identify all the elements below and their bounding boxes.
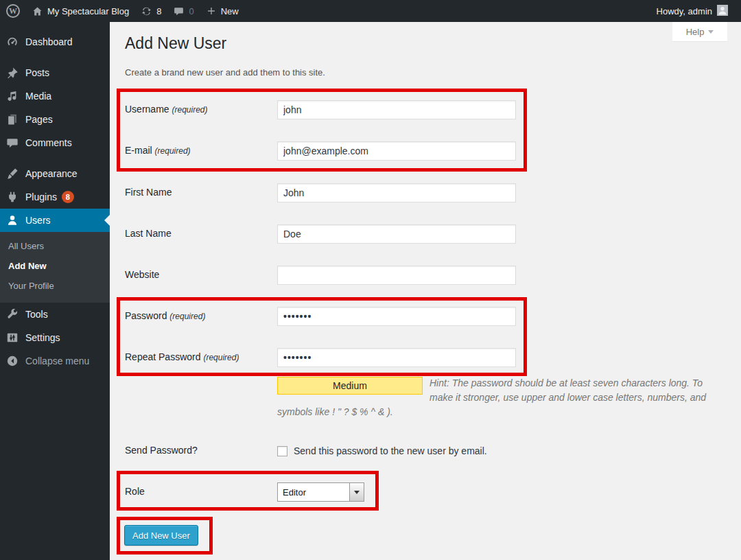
dashboard-icon <box>5 35 19 49</box>
repeat-password-label: Repeat Password (required) <box>125 351 272 362</box>
website-label: Website <box>125 269 272 280</box>
role-select[interactable]: Editor <box>277 482 364 502</box>
send-password-checkbox[interactable] <box>277 446 287 456</box>
update-count: 8 <box>156 6 161 16</box>
admin-sidebar: Dashboard Posts Media Pages Comments App… <box>0 22 110 560</box>
my-account-button[interactable]: Howdy, admin <box>650 0 734 22</box>
sidebar-item-posts[interactable]: Posts <box>0 61 110 84</box>
required-hint: (required) <box>172 105 207 115</box>
howdy-label: Howdy, admin <box>657 6 712 16</box>
email-input[interactable] <box>277 141 516 161</box>
label-text: Password <box>125 310 167 321</box>
sidebar-item-label: Plugins <box>25 191 57 202</box>
role-select-value: Editor <box>278 483 349 501</box>
send-password-checkbox-label: Send this password to the new user by em… <box>294 445 487 456</box>
password-strength-meter: Medium <box>277 377 423 395</box>
settings-icon <box>5 331 19 345</box>
home-icon <box>32 6 43 16</box>
updates-button[interactable]: 8 <box>135 0 167 22</box>
users-submenu: All Users Add New Your Profile <box>0 232 110 303</box>
wordpress-logo-icon: W <box>6 4 20 18</box>
tools-icon <box>5 307 19 321</box>
label-text: E-mail <box>125 145 152 156</box>
site-name-label: My Spectacular Blog <box>47 6 129 16</box>
admin-bar-right: Howdy, admin <box>650 0 741 22</box>
sidebar-item-label: Comments <box>25 137 72 148</box>
sidebar-item-dashboard[interactable]: Dashboard <box>0 30 110 54</box>
role-label: Role <box>125 486 272 497</box>
sidebar-item-comments[interactable]: Comments <box>0 131 110 154</box>
pages-icon <box>5 113 19 126</box>
sidebar-item-label: Users <box>25 215 51 226</box>
submenu-item-all-users[interactable]: All Users <box>0 236 110 256</box>
password-hint-area: Medium Hint: The password should be at l… <box>277 376 712 419</box>
help-button[interactable]: Help <box>672 22 727 41</box>
media-icon <box>5 89 19 103</box>
page-title: Add New User <box>125 34 226 53</box>
send-password-label: Send Password? <box>125 445 272 456</box>
comments-button[interactable]: 0 <box>167 0 200 22</box>
last-name-label: Last Name <box>125 228 272 239</box>
users-icon <box>5 213 19 227</box>
label-text: Repeat Password <box>125 351 201 362</box>
username-input[interactable] <box>277 100 516 119</box>
sidebar-item-settings[interactable]: Settings <box>0 326 110 349</box>
chevron-down-icon <box>708 30 714 34</box>
sidebar-item-label: Collapse menu <box>25 355 89 366</box>
first-name-input[interactable] <box>277 183 516 202</box>
plugin-update-badge: 8 <box>62 191 74 203</box>
required-hint: (required) <box>155 146 191 156</box>
collapse-icon <box>5 354 19 368</box>
admin-bar: W My Spectacular Blog 8 0 New <box>0 0 741 22</box>
label-text: Username <box>125 104 169 115</box>
avatar <box>717 5 728 18</box>
comment-icon <box>5 136 19 150</box>
help-label: Help <box>686 27 705 37</box>
admin-bar-left: W My Spectacular Blog 8 0 New <box>0 0 245 22</box>
required-hint: (required) <box>203 353 239 362</box>
pushpin-icon <box>5 66 19 80</box>
sidebar-item-appearance[interactable]: Appearance <box>0 162 110 185</box>
main-content: Help Add New User Create a brand new use… <box>110 22 741 560</box>
repeat-password-input[interactable] <box>277 348 516 367</box>
sidebar-item-plugins[interactable]: Plugins 8 <box>0 185 110 209</box>
comment-count: 0 <box>189 6 193 16</box>
new-label: New <box>221 6 239 16</box>
required-hint: (required) <box>169 312 205 321</box>
sidebar-item-label: Tools <box>25 309 48 320</box>
sidebar-item-tools[interactable]: Tools <box>0 303 110 326</box>
plus-icon <box>207 6 216 16</box>
submenu-item-your-profile[interactable]: Your Profile <box>0 276 110 296</box>
password-label: Password (required) <box>125 310 272 321</box>
email-label: E-mail (required) <box>125 145 272 156</box>
username-label: Username (required) <box>125 104 272 115</box>
sidebar-separator <box>0 154 110 162</box>
last-name-input[interactable] <box>277 224 516 244</box>
collapse-menu-button[interactable]: Collapse menu <box>0 349 110 373</box>
website-input[interactable] <box>277 266 516 285</box>
password-input[interactable] <box>277 307 516 326</box>
select-dropdown-button <box>349 483 364 501</box>
sidebar-separator <box>0 54 110 61</box>
plugin-icon <box>5 190 19 204</box>
wordpress-logo-button[interactable]: W <box>0 0 26 22</box>
sidebar-item-label: Appearance <box>25 168 78 179</box>
page-description: Create a brand new user and add them to … <box>125 67 325 78</box>
sidebar-item-label: Media <box>25 91 51 102</box>
update-icon <box>141 6 152 16</box>
sidebar-item-label: Settings <box>25 332 60 343</box>
appearance-icon <box>5 167 19 180</box>
add-new-user-button[interactable]: Add New User <box>124 525 198 546</box>
submenu-item-add-new[interactable]: Add New <box>0 256 110 276</box>
site-name-link[interactable]: My Spectacular Blog <box>26 0 135 22</box>
first-name-label: First Name <box>125 187 272 198</box>
sidebar-item-pages[interactable]: Pages <box>0 108 110 131</box>
sidebar-item-media[interactable]: Media <box>0 84 110 108</box>
comment-bubble-icon <box>174 6 184 16</box>
sidebar-item-users[interactable]: Users <box>0 209 110 232</box>
sidebar-item-label: Dashboard <box>25 36 73 47</box>
chevron-down-icon <box>354 491 360 494</box>
new-content-button[interactable]: New <box>200 0 245 22</box>
sidebar-item-label: Pages <box>25 114 53 125</box>
sidebar-item-label: Posts <box>25 67 49 78</box>
